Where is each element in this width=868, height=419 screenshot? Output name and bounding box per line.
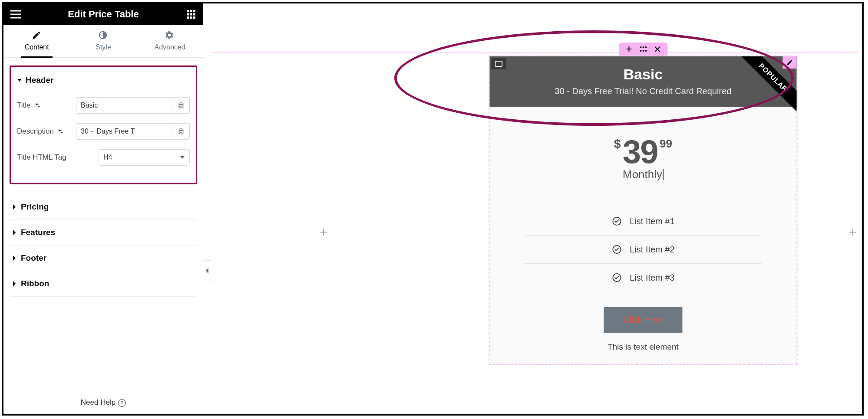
caret-right-icon xyxy=(12,281,17,286)
ai-sparkle-icon[interactable] xyxy=(56,128,63,135)
chevron-down-icon xyxy=(180,155,185,160)
caret-right-icon xyxy=(12,230,17,235)
field-title: Title xyxy=(17,97,190,114)
feature-item: List Item #3 xyxy=(525,264,762,291)
card-description: 30 - Days Free Trial! No Credit Card Req… xyxy=(507,86,779,96)
section-pricing-label: Pricing xyxy=(21,202,49,212)
section-footer-toggle[interactable]: Footer xyxy=(10,245,197,271)
field-title-label: Title xyxy=(17,101,76,110)
svg-point-11 xyxy=(179,129,183,131)
svg-point-12 xyxy=(640,46,642,48)
price-block: $ 39 99 Monthly xyxy=(490,107,797,190)
editor-tabs: Content Style Advanced xyxy=(3,25,203,58)
feature-text: List Item #1 xyxy=(630,216,674,226)
widget-toolbar xyxy=(619,43,667,56)
svg-rect-0 xyxy=(187,10,189,12)
tab-advanced-label: Advanced xyxy=(155,43,185,51)
widget-add-icon[interactable] xyxy=(626,46,632,52)
feature-item: List Item #2 xyxy=(525,236,762,264)
section-header-box: Header Title xyxy=(10,65,197,184)
check-circle-icon xyxy=(611,216,622,226)
card-title: Basic xyxy=(507,66,779,83)
caret-right-icon xyxy=(12,255,17,261)
svg-point-14 xyxy=(645,46,647,48)
contrast-icon xyxy=(98,30,109,41)
help-icon: ? xyxy=(118,399,126,407)
price-cents: 99 xyxy=(660,137,672,151)
svg-rect-18 xyxy=(495,61,502,66)
price-period: Monthly xyxy=(498,168,788,181)
check-circle-icon xyxy=(611,244,622,255)
field-html-tag: Title HTML Tag H4 xyxy=(17,149,190,166)
price-currency: $ xyxy=(614,137,621,151)
feature-text: List Item #2 xyxy=(630,245,674,255)
edit-widget-button[interactable] xyxy=(783,56,797,69)
svg-rect-6 xyxy=(187,16,189,19)
feature-item: List Item #1 xyxy=(525,207,762,236)
dynamic-tags-button[interactable] xyxy=(172,97,190,114)
tab-style[interactable]: Style xyxy=(70,25,136,57)
svg-point-10 xyxy=(179,103,183,105)
feature-list: List Item #1 List Item #2 List Item #3 xyxy=(525,207,762,291)
editor-sidebar: Edit Price Table Content Styl xyxy=(3,3,203,414)
card-header: POPULAR Basic 30 - Days Free Trial! No C… xyxy=(490,56,797,107)
dynamic-tags-button[interactable] xyxy=(172,123,190,140)
tab-content-label: Content xyxy=(25,43,49,51)
field-description-label: Description xyxy=(17,127,76,136)
feature-text: List Item #3 xyxy=(630,273,674,283)
need-help-link[interactable]: Need Help? xyxy=(3,398,203,407)
svg-point-13 xyxy=(643,46,644,48)
apps-icon[interactable] xyxy=(185,8,197,20)
sidebar-title: Edit Price Table xyxy=(22,9,185,20)
section-header-toggle[interactable]: Header xyxy=(17,75,190,85)
section-ribbon-toggle[interactable]: Ribbon xyxy=(10,271,197,297)
svg-rect-2 xyxy=(193,10,195,12)
field-html-tag-label: Title HTML Tag xyxy=(17,153,99,162)
svg-point-17 xyxy=(645,50,647,52)
section-ribbon-label: Ribbon xyxy=(21,279,49,288)
title-input[interactable] xyxy=(76,97,172,114)
sidebar-header: Edit Price Table xyxy=(3,3,203,25)
cta-button[interactable]: Click Here xyxy=(604,307,682,333)
svg-rect-1 xyxy=(190,10,192,12)
section-features-label: Features xyxy=(21,228,55,237)
html-tag-select[interactable]: H4 xyxy=(99,149,190,166)
section-features-toggle[interactable]: Features xyxy=(10,219,197,245)
svg-rect-8 xyxy=(193,16,195,19)
editor-canvas[interactable]: ＋ ＋ POPULAR Basi xyxy=(203,3,862,414)
price-amount: 39 xyxy=(623,133,658,170)
widget-drag-icon[interactable] xyxy=(640,46,647,52)
svg-rect-3 xyxy=(187,13,189,16)
widget-close-icon[interactable] xyxy=(655,46,660,52)
svg-point-16 xyxy=(643,50,644,52)
ai-sparkle-icon[interactable] xyxy=(33,102,40,109)
menu-icon[interactable] xyxy=(10,8,22,20)
price-table-widget: POPULAR Basic 30 - Days Free Trial! No C… xyxy=(489,43,798,365)
svg-rect-4 xyxy=(190,13,192,16)
panel-body: Header Title xyxy=(3,58,203,414)
add-section-right[interactable]: ＋ xyxy=(846,223,859,241)
html-tag-value: H4 xyxy=(103,154,112,161)
pencil-icon xyxy=(32,30,42,41)
container-icon[interactable] xyxy=(492,58,506,69)
price-card[interactable]: POPULAR Basic 30 - Days Free Trial! No C… xyxy=(489,56,798,365)
section-pricing-toggle[interactable]: Pricing xyxy=(10,194,197,219)
description-input[interactable] xyxy=(76,123,172,140)
sidebar-collapse-handle[interactable] xyxy=(203,260,212,281)
caret-right-icon xyxy=(12,204,17,210)
caret-down-icon xyxy=(17,78,22,83)
svg-point-15 xyxy=(640,50,642,52)
check-circle-icon xyxy=(611,272,622,283)
gear-icon xyxy=(165,30,175,41)
card-footer-text: This is text element xyxy=(490,333,797,364)
field-description: Description xyxy=(17,123,190,140)
section-header-label: Header xyxy=(26,75,53,85)
svg-rect-7 xyxy=(190,16,192,19)
add-section-left[interactable]: ＋ xyxy=(317,223,330,241)
tab-style-label: Style xyxy=(96,43,111,51)
svg-rect-5 xyxy=(193,13,195,16)
tab-advanced[interactable]: Advanced xyxy=(137,25,203,57)
section-footer-label: Footer xyxy=(21,253,46,263)
tab-content[interactable]: Content xyxy=(3,25,70,57)
